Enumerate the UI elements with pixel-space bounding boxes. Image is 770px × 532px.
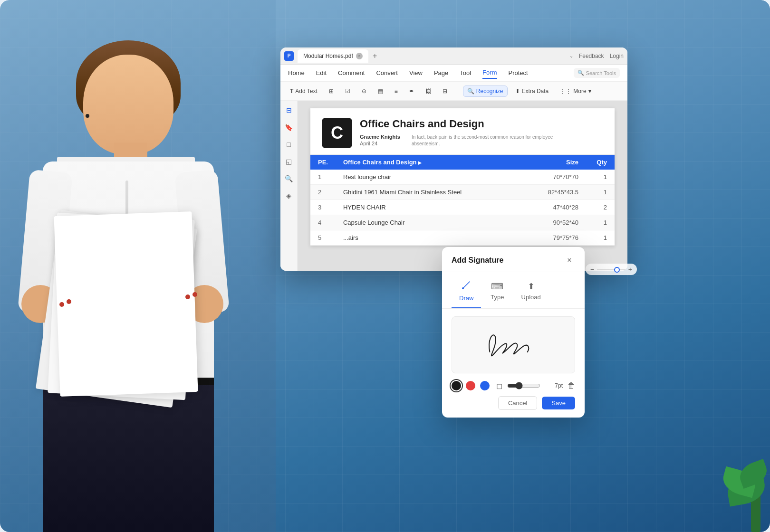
row5-qty: 1 — [586, 230, 615, 246]
menu-form[interactable]: Form — [482, 67, 497, 79]
dialog-tab-upload[interactable]: ⬆ Upload — [514, 279, 549, 307]
col-header-num: PE. — [310, 155, 336, 170]
tab-close-button[interactable]: × — [356, 53, 363, 59]
tab-filename: Modular Homes.pdf — [303, 53, 353, 59]
thickness-slider[interactable] — [507, 382, 540, 390]
more-button[interactable]: ⋮⋮ More ▾ — [556, 86, 595, 96]
row1-qty: 1 — [586, 170, 615, 185]
menu-convert[interactable]: Convert — [376, 67, 398, 78]
col-header-qty: Qty — [586, 155, 615, 170]
add-text-icon: T — [290, 88, 293, 95]
menu-edit[interactable]: Edit — [316, 67, 327, 78]
table-row: 5 ...airs 79*75*76 1 — [310, 230, 615, 246]
login-link[interactable]: Login — [610, 53, 624, 59]
sidebar-thumbnail-icon[interactable]: ⊟ — [283, 104, 295, 116]
pdf-tab[interactable]: Modular Homes.pdf × — [298, 49, 368, 63]
col-header-name: Office Chairs and Design — [336, 155, 539, 170]
search-icon: 🔍 — [578, 70, 584, 76]
row3-qty: 2 — [586, 200, 615, 215]
doc-table: PE. Office Chairs and Design Size Qty 1 … — [310, 155, 615, 246]
image-field-button[interactable]: 🖼 — [422, 86, 435, 96]
doc-header: C Office Chairs and Design Graeme Knight… — [310, 108, 615, 155]
app-icon: P — [284, 51, 294, 61]
table-row: 3 HYDEN CHAIR 47*40*28 2 — [310, 200, 615, 215]
checkbox-button[interactable]: ☑ — [341, 86, 354, 96]
table-row: 2 Ghidini 1961 Miami Chair in Stainless … — [310, 185, 615, 200]
row2-qty: 1 — [586, 185, 615, 200]
menu-home[interactable]: Home — [288, 67, 305, 78]
sidebar-search-icon[interactable]: 🔍 — [283, 173, 295, 184]
pdf-window: P Modular Homes.pdf × + ⌄ Feedback Login… — [280, 48, 627, 271]
text-field-button[interactable]: ⊞ — [325, 86, 337, 96]
row1-name: Rest lounge chair — [336, 170, 539, 185]
sidebar-layers-icon[interactable]: ◱ — [283, 156, 295, 167]
dialog-footer: Cancel Save — [442, 396, 585, 418]
dialog-tab-draw[interactable]: Draw — [452, 278, 481, 308]
row4-name: Capsule Lounge Chair — [336, 215, 539, 230]
row4-size: 90*52*40 — [539, 215, 586, 230]
document: C Office Chairs and Design Graeme Knight… — [310, 108, 615, 246]
more-icon: ⋮⋮ — [560, 88, 571, 95]
earring — [86, 114, 89, 118]
zoom-slider-thumb[interactable] — [614, 267, 620, 273]
doc-author-col: Graeme Knights April 24 — [360, 134, 400, 147]
sidebar-shapes-icon[interactable]: ◈ — [283, 190, 295, 201]
pdf-content: ⊟ 🔖 □ ◱ 🔍 ◈ C Office Chairs and Design — [280, 101, 627, 271]
sidebar-bookmark-icon[interactable]: 🔖 — [283, 122, 295, 133]
menu-tool[interactable]: Tool — [460, 67, 471, 78]
doc-author: Graeme Knights — [360, 134, 400, 140]
image-field-icon: 🖼 — [425, 88, 431, 95]
menu-view[interactable]: View — [409, 67, 423, 78]
dialog-title: Add Signature — [452, 256, 503, 265]
checkbox-icon: ☑ — [345, 88, 350, 95]
col-header-size: Size — [539, 155, 586, 170]
menu-comment[interactable]: Comment — [338, 67, 365, 78]
color-black-button[interactable] — [452, 381, 461, 390]
menu-page[interactable]: Page — [434, 67, 448, 78]
doc-title-area: Office Chairs and Design Graeme Knights … — [360, 118, 603, 147]
barcode-button[interactable]: ⊟ — [439, 86, 451, 96]
table-row: 4 Capsule Lounge Chair 90*52*40 1 — [310, 215, 615, 230]
delete-signature-button[interactable]: 🗑 — [568, 381, 575, 390]
row4-qty: 1 — [586, 215, 615, 230]
signature-canvas[interactable] — [452, 316, 575, 373]
add-text-button[interactable]: T Add Text — [286, 86, 321, 96]
dropdown-chevron[interactable]: ⌄ — [569, 53, 573, 58]
zoom-minus-icon[interactable]: − — [590, 266, 594, 273]
color-blue-button[interactable] — [480, 381, 490, 390]
combo-button[interactable]: ▤ — [374, 86, 387, 96]
save-button[interactable]: Save — [542, 397, 575, 409]
cancel-button[interactable]: Cancel — [498, 396, 537, 410]
upload-tab-label: Upload — [521, 294, 541, 301]
doc-logo: C — [322, 118, 352, 148]
dialog-close-button[interactable]: × — [564, 255, 575, 266]
zoom-plus-icon[interactable]: + — [628, 266, 632, 273]
menu-protect[interactable]: Protect — [509, 67, 528, 78]
zoom-slider-track[interactable] — [597, 269, 626, 270]
sign-button[interactable]: ✒ — [405, 86, 418, 96]
list-icon: ≡ — [395, 88, 398, 95]
doc-desc-col: In fact, back pain is the second-most co… — [412, 134, 554, 147]
row3-size: 47*40*28 — [539, 200, 586, 215]
extra-data-button[interactable]: ⬆ Extra Data — [511, 86, 553, 96]
person-area — [0, 0, 276, 532]
search-tools-bar[interactable]: 🔍 Search Tools — [574, 68, 620, 78]
dialog-tab-type[interactable]: ⌨ Type — [483, 279, 511, 307]
feedback-link[interactable]: Feedback — [579, 53, 604, 59]
nail-2 — [67, 299, 71, 304]
dialog-header: Add Signature × — [442, 247, 585, 272]
zoom-slider-area: − + — [586, 264, 637, 275]
upload-tab-icon: ⬆ — [528, 281, 535, 292]
table-row: 1 Rest lounge chair 70*70*70 1 — [310, 170, 615, 185]
radio-button[interactable]: ⊙ — [358, 86, 370, 96]
list-button[interactable]: ≡ — [391, 86, 402, 96]
recognize-button[interactable]: 🔍 Recognize — [463, 86, 508, 97]
eraser-icon[interactable]: ◻ — [496, 381, 502, 390]
sidebar-page-icon[interactable]: □ — [283, 139, 295, 150]
tab-add-button[interactable]: + — [370, 51, 380, 61]
menu-bar: Home Edit Comment Convert View Page Tool… — [280, 65, 627, 82]
doc-subtitle: Graeme Knights April 24 In fact, back pa… — [360, 134, 603, 147]
color-red-button[interactable] — [466, 381, 475, 390]
row2-size: 82*45*43.5 — [539, 185, 586, 200]
extra-data-icon: ⬆ — [515, 88, 520, 95]
